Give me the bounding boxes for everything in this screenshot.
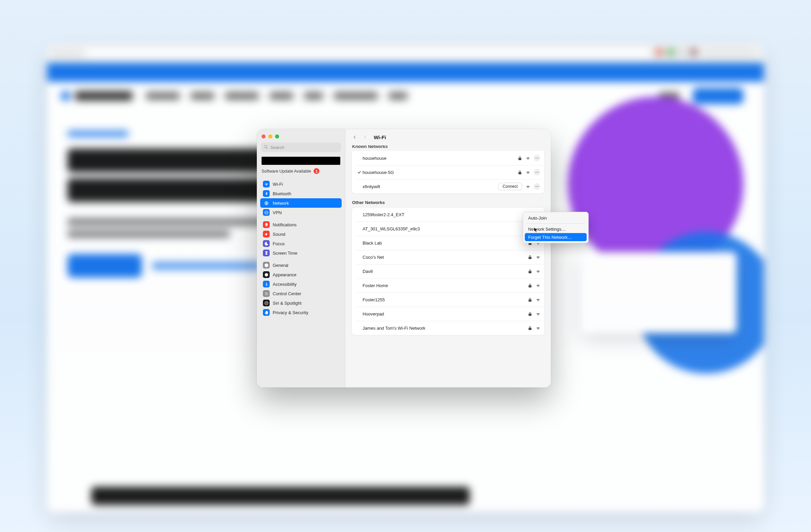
close-window-button[interactable]	[262, 135, 265, 139]
back-button[interactable]	[351, 134, 358, 141]
network-row[interactable]: xfinitywifiConnect	[352, 179, 545, 193]
wifi-icon	[263, 181, 270, 187]
sidebar-item-general[interactable]: General	[260, 261, 342, 270]
svg-point-15	[537, 186, 537, 187]
network-more-button[interactable]	[534, 169, 540, 176]
other-networks-title: Other Networks	[351, 199, 545, 207]
lock-icon	[527, 297, 532, 302]
network-name: 1259foster2-2.4_EXT	[363, 212, 527, 217]
sidebar-item-vpn[interactable]: VPN	[260, 208, 342, 217]
hand-icon	[263, 309, 270, 316]
svg-point-13	[538, 172, 539, 173]
network-row[interactable]: Coco's Net	[352, 250, 545, 264]
traffic-lights	[257, 132, 345, 143]
network-name: househouse-5G	[363, 170, 517, 175]
vpn-icon	[263, 209, 270, 216]
network-more-button[interactable]	[534, 155, 540, 161]
hourglass-icon	[263, 250, 270, 256]
wifi-signal-icon	[536, 326, 540, 330]
network-row[interactable]: James and Tom's Wi-Fi Network	[352, 321, 545, 335]
page-title: Wi-Fi	[374, 135, 386, 140]
svg-point-8	[536, 158, 536, 158]
sidebar-item-network[interactable]: Network	[260, 198, 342, 208]
sidebar-item-label: Siri & Spotlight	[273, 301, 302, 306]
known-networks-list: househousehousehouse-5GxfinitywifiConnec…	[351, 151, 545, 194]
context-menu-forget-network[interactable]: Forget This Network…	[525, 233, 587, 241]
lock-icon	[527, 326, 532, 330]
settings-content: Wi-Fi Known Networks househousehousehous…	[345, 129, 551, 388]
sidebar-group-network: Wi-FiBluetoothNetworkVPN	[257, 178, 345, 219]
sidebar-item-bluetooth[interactable]: Bluetooth	[260, 189, 342, 198]
network-row[interactable]: househouse-5G	[352, 165, 545, 179]
svg-point-14	[536, 186, 536, 187]
sidebar-item-control-center[interactable]: Control Center	[260, 289, 342, 298]
lock-icon	[527, 269, 532, 273]
sidebar-item-label: Wi-Fi	[273, 182, 283, 187]
search-input[interactable]: Search	[261, 143, 341, 152]
network-row[interactable]: Hooverpad	[352, 307, 545, 321]
minimize-window-button[interactable]	[268, 135, 272, 139]
wifi-signal-icon	[536, 311, 540, 316]
sidebar-item-label: Focus	[273, 241, 285, 246]
network-name: Foster1255	[363, 297, 527, 302]
sidebar-item-siri-spotlight[interactable]: Siri & Spotlight	[260, 298, 342, 308]
sidebar-item-sound[interactable]: Sound	[260, 229, 342, 239]
svg-point-12	[537, 172, 537, 173]
context-menu-auto-join[interactable]: Auto-Join	[525, 214, 587, 222]
sidebar-item-wi-fi[interactable]: Wi-Fi	[260, 179, 342, 189]
focus-icon	[263, 240, 270, 247]
sidebar-item-screen-time[interactable]: Screen Time	[260, 248, 342, 258]
svg-point-3	[266, 282, 266, 283]
network-row[interactable]: Dav8	[352, 264, 545, 278]
forward-button[interactable]	[362, 134, 368, 141]
system-settings-window: Search Software Update Available 1 Wi-Fi…	[257, 129, 551, 388]
wifi-signal-icon	[525, 184, 530, 189]
network-row[interactable]: 1259foster2-2.4_EXT	[352, 207, 545, 222]
network-row[interactable]: househouse	[352, 151, 545, 165]
lock-icon	[527, 255, 532, 260]
content-header: Wi-Fi	[345, 129, 551, 145]
network-more-button[interactable]	[534, 183, 540, 190]
network-row[interactable]: Foster1255	[352, 293, 545, 307]
network-name: Dav8	[363, 269, 527, 274]
network-row[interactable]: Foster Home	[352, 278, 545, 293]
network-name: Foster Home	[363, 283, 527, 288]
wifi-signal-icon	[536, 297, 540, 302]
sidebar-item-accessibility[interactable]: Accessibility	[260, 279, 342, 289]
network-context-menu: Auto-Join Network Settings… Forget This …	[523, 212, 588, 243]
wifi-signal-icon	[525, 156, 530, 160]
mouse-cursor-icon	[534, 227, 538, 233]
sidebar-item-label: Accessibility	[273, 282, 297, 287]
gear-icon	[263, 262, 270, 268]
svg-point-5	[265, 293, 266, 294]
sidebar-item-focus[interactable]: Focus	[260, 239, 342, 248]
sidebar-item-label: Control Center	[273, 291, 302, 296]
wifi-signal-icon	[525, 170, 530, 175]
sidebar-group-general: GeneralAppearanceAccessibilityControl Ce…	[257, 259, 345, 318]
network-name: Coco's Net	[363, 255, 527, 260]
accessibility-icon	[263, 281, 270, 287]
sidebar-item-notifications[interactable]: Notifications	[260, 220, 342, 229]
software-update-badge: 1	[313, 168, 319, 174]
network-row[interactable]: Black Lab	[352, 236, 545, 250]
sidebar-item-label: Screen Time	[273, 251, 297, 256]
sidebar-item-label: Appearance	[273, 272, 296, 277]
software-update-label: Software Update Available	[262, 169, 311, 174]
wifi-scroll-area[interactable]: Known Networks househousehousehouse-5Gxf…	[345, 145, 551, 388]
appearance-icon	[263, 271, 270, 278]
svg-point-4	[266, 292, 267, 293]
connect-button[interactable]: Connect	[498, 183, 522, 190]
account-redacted-box	[262, 157, 340, 165]
sidebar-item-label: Notifications	[273, 222, 297, 227]
context-menu-separator	[526, 223, 585, 224]
network-row[interactable]: AT_301_WLSGL6335F_e9c3	[352, 222, 545, 236]
bell-icon	[263, 221, 270, 228]
zoom-window-button[interactable]	[275, 135, 279, 139]
sidebar-item-appearance[interactable]: Appearance	[260, 270, 342, 279]
svg-point-10	[538, 158, 539, 158]
sidebar-item-privacy-security[interactable]: Privacy & Security	[260, 308, 342, 317]
sound-icon	[263, 231, 270, 237]
lock-icon	[527, 283, 532, 288]
software-update-row[interactable]: Software Update Available 1	[257, 168, 345, 178]
other-networks-list: 1259foster2-2.4_EXTAT_301_WLSGL6335F_e9c…	[351, 207, 545, 335]
